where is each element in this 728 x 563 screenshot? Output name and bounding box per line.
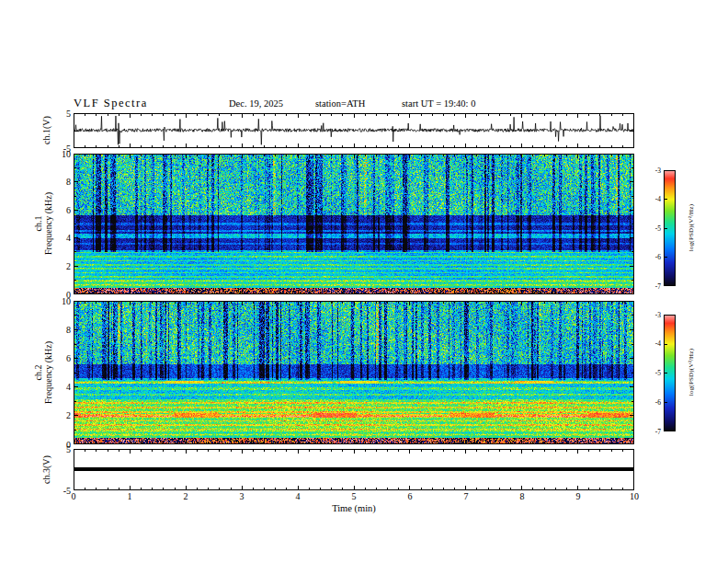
time-axis-label: Time (min)	[262, 503, 446, 513]
freq-tick-label: 2	[47, 261, 71, 271]
ch1-spectrogram-plot	[74, 154, 634, 294]
colorbar-tick-label: -4	[643, 195, 661, 203]
x-tick-label: 9	[568, 491, 588, 501]
ch3-waveform-plot	[74, 449, 634, 490]
ch1-waveform-plot	[74, 113, 634, 148]
start-ut-label: start UT = 19:40: 0	[402, 98, 475, 109]
colorbar-tick-label: -7	[643, 428, 661, 436]
ch1-spec-ylabel-frequency: Frequency (kHz)	[43, 150, 53, 297]
ch3-wave-ylabel: ch.3(V)	[41, 415, 51, 525]
colorbar-ch2	[664, 315, 676, 431]
vlf-spectra-figure: VLF Spectra Dec. 19, 2025 station=ATH st…	[0, 0, 728, 563]
freq-tick-label: 6	[47, 205, 71, 215]
colorbar-tick-label: -4	[643, 339, 661, 348]
volt-tick-label: -5	[47, 486, 71, 496]
x-tick-label: 2	[176, 491, 196, 501]
freq-tick-label: 2	[47, 410, 71, 420]
date-label: Dec. 19, 2025	[229, 98, 283, 109]
colorbar-ch2-label: log(PSD)(V²/Hz)	[688, 313, 696, 432]
freq-tick-label: 8	[47, 177, 71, 187]
colorbar-tick-label: -3	[643, 167, 661, 175]
x-tick-label: 6	[400, 491, 420, 501]
colorbar-tick-label: -6	[643, 398, 661, 407]
x-tick-label: 3	[232, 491, 252, 501]
freq-tick-label: 10	[47, 296, 71, 306]
volt-tick-label: 5	[47, 444, 71, 454]
colorbar-tick-label: -7	[643, 282, 661, 291]
colorbar-tick-label: -3	[643, 311, 661, 319]
freq-tick-label: 4	[47, 233, 71, 243]
colorbar-tick-label: -5	[643, 224, 661, 233]
x-tick-label: 1	[119, 491, 140, 501]
colorbar-tick-label: -5	[643, 369, 661, 377]
colorbar-ch1	[664, 170, 676, 286]
colorbar-ch1-label: log(PSD)(V²/Hz)	[688, 168, 696, 288]
volt-tick-label: 5	[47, 109, 71, 119]
x-tick-label: 8	[512, 491, 532, 501]
ch1-spec-ylabel-channel: ch.1	[33, 150, 43, 297]
freq-tick-label: 6	[47, 353, 71, 363]
x-tick-label: 10	[624, 491, 644, 501]
ch1-spec-ylabel: ch.1 Frequency (kHz)	[33, 150, 53, 297]
x-tick-label: 4	[288, 491, 308, 501]
ch2-spectrogram-plot	[74, 301, 634, 444]
x-tick-label: 7	[456, 491, 476, 501]
figure-title: VLF Spectra	[74, 97, 148, 110]
volt-tick-label: -5	[47, 144, 71, 154]
x-tick-label: 5	[344, 491, 364, 501]
freq-tick-label: 8	[47, 325, 71, 335]
freq-tick-label: 4	[47, 382, 71, 392]
colorbar-tick-label: -6	[643, 253, 661, 261]
station-label: station=ATH	[315, 98, 365, 109]
